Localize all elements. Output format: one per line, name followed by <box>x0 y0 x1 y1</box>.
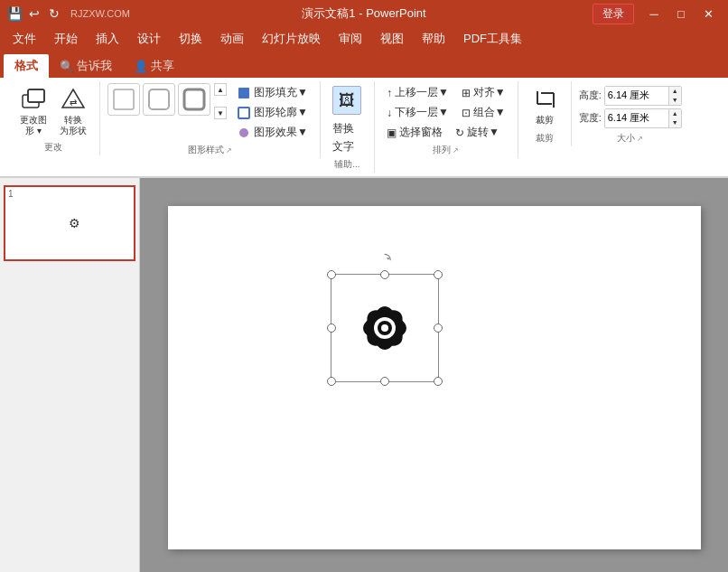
image-button[interactable]: 🖼 <box>328 83 366 117</box>
slide-canvas[interactable] <box>168 206 701 549</box>
menu-insert[interactable]: 插入 <box>87 28 128 50</box>
menu-home[interactable]: 开始 <box>45 28 87 50</box>
shape-effect-label: 图形效果▼ <box>254 125 308 140</box>
ribbon: 格式 🔍告诉我 👤共享 更改图形 ▾ <box>0 51 728 178</box>
align-button[interactable]: ⊞ 对齐▼ <box>457 83 510 102</box>
width-down-button[interactable]: ▼ <box>668 118 681 127</box>
outline-icon <box>237 106 251 120</box>
group-size: 高度: ▲ ▼ 宽度: ▲ ▼ <box>572 81 689 146</box>
handle-tl[interactable] <box>327 270 336 279</box>
combine-button[interactable]: ⊡ 组合▼ <box>457 103 510 122</box>
canvas-area[interactable] <box>140 178 728 572</box>
maximize-button[interactable]: □ <box>668 3 694 24</box>
convert-shape-icon: ⇄ <box>59 86 88 115</box>
height-input[interactable] <box>605 87 668 105</box>
arrange-row3: ▣ 选择窗格 ↻ 旋转▼ <box>382 123 504 142</box>
handle-tm[interactable] <box>380 270 389 279</box>
group-arrange-label: 排列 ↗ <box>433 144 459 156</box>
move-up-button[interactable]: ↑ 上移一层▼ <box>382 83 453 102</box>
change-shape-icon <box>19 86 48 115</box>
move-down-button[interactable]: ↓ 下移一层▼ <box>382 103 453 122</box>
arrange-row2: ↓ 下移一层▼ ⊡ 组合▼ <box>382 103 510 122</box>
title-bar-right: 登录 ─ □ ✕ <box>593 3 721 24</box>
height-up-button[interactable]: ▲ <box>668 87 681 96</box>
group-aux-label: 辅助... <box>334 158 359 171</box>
combine-label: 组合▼ <box>473 105 506 120</box>
menu-slideshow[interactable]: 幻灯片放映 <box>253 28 330 50</box>
undo-icon[interactable]: ↩ <box>27 6 42 21</box>
menu-help[interactable]: 帮助 <box>413 28 454 50</box>
shape-outline-button[interactable]: 图形轮廓▼ <box>232 103 313 122</box>
slide-panel: 1 ⚙ <box>0 178 140 572</box>
svg-rect-5 <box>114 89 134 109</box>
tab-tell-me[interactable]: 🔍告诉我 <box>49 54 123 78</box>
width-up-button[interactable]: ▲ <box>668 109 681 118</box>
menu-animation[interactable]: 动画 <box>211 28 253 50</box>
menu-review[interactable]: 审阅 <box>330 28 371 50</box>
move-up-label: 上移一层▼ <box>395 85 449 100</box>
svg-marker-15 <box>386 258 390 259</box>
shape-container[interactable] <box>331 274 439 382</box>
group-size-label: 大小 ↗ <box>617 132 643 145</box>
handle-ml[interactable] <box>327 324 336 333</box>
width-input[interactable] <box>605 109 668 127</box>
menu-view[interactable]: 视图 <box>371 28 413 50</box>
redo-icon[interactable]: ↻ <box>47 6 61 21</box>
shape-preset-1[interactable] <box>107 83 140 116</box>
tab-share[interactable]: 👤共享 <box>123 54 185 78</box>
group-change: 更改图形 ▾ ⇄ 转换为形状 更改 <box>7 81 100 155</box>
size-expand-icon[interactable]: ↗ <box>637 135 643 143</box>
svg-rect-9 <box>238 108 249 118</box>
crop-icon <box>530 86 559 115</box>
handle-mr[interactable] <box>434 324 443 333</box>
handle-bl[interactable] <box>327 377 336 386</box>
menu-file[interactable]: 文件 <box>4 28 45 50</box>
save-icon[interactable]: 💾 <box>7 6 22 21</box>
login-button[interactable]: 登录 <box>593 4 634 24</box>
handle-bm[interactable] <box>380 377 389 386</box>
shape-preset-2[interactable] <box>143 83 175 116</box>
selection-border <box>331 274 439 382</box>
shape-preset-3[interactable] <box>178 83 210 116</box>
handle-tr[interactable] <box>434 270 443 279</box>
shape-style-arrows: ▲ ▼ <box>214 83 227 119</box>
close-button[interactable]: ✕ <box>695 3 721 24</box>
select-icon: ▣ <box>387 127 397 139</box>
svg-text:⇄: ⇄ <box>70 98 77 108</box>
group-shape-styles-content: ▲ ▼ 图形填充▼ 图形轮廓▼ <box>107 83 313 142</box>
website-label: RJZXW.COM <box>70 8 130 19</box>
slide-thumbnail-1[interactable]: 1 ⚙ <box>4 185 135 261</box>
slide-number-1: 1 <box>5 187 16 201</box>
tab-format[interactable]: 格式 <box>4 54 49 78</box>
group-shape-styles: ▲ ▼ 图形填充▼ 图形轮廓▼ <box>100 81 321 158</box>
rotate-label: 旋转▼ <box>467 125 499 140</box>
ribbon-tabs: 格式 🔍告诉我 👤共享 <box>0 51 728 78</box>
replace-text-button[interactable]: 替换 文字 <box>328 119 359 156</box>
group-crop-content: 裁剪 <box>526 83 564 130</box>
height-down-button[interactable]: ▼ <box>668 96 681 105</box>
arrange-expand-icon[interactable]: ↗ <box>453 146 459 155</box>
crop-button[interactable]: 裁剪 <box>526 83 564 128</box>
change-shape-label: 更改图形 ▾ <box>20 115 47 136</box>
handle-br[interactable] <box>434 377 443 386</box>
menu-transition[interactable]: 切换 <box>170 28 211 50</box>
shape-presets <box>107 83 210 116</box>
group-size-content: 高度: ▲ ▼ 宽度: ▲ ▼ <box>579 83 682 130</box>
svg-rect-6 <box>149 89 169 109</box>
minimize-button[interactable]: ─ <box>641 3 667 24</box>
change-shape-button[interactable]: 更改图形 ▾ <box>14 83 52 139</box>
height-label: 高度: <box>579 89 602 102</box>
rotate-button[interactable]: ↻ 旋转▼ <box>451 123 504 142</box>
shape-style-down[interactable]: ▼ <box>214 107 227 119</box>
height-input-wrapper: ▲ ▼ <box>604 86 682 106</box>
rotate-handle[interactable] <box>378 252 391 265</box>
shape-style-up[interactable]: ▲ <box>214 83 227 96</box>
shape-fill-button[interactable]: 图形填充▼ <box>232 83 313 102</box>
shape-effect-button[interactable]: 图形效果▼ <box>232 123 313 142</box>
group-crop-label: 裁剪 <box>536 132 554 145</box>
convert-shape-button[interactable]: ⇄ 转换为形状 <box>54 83 92 139</box>
menu-pdf[interactable]: PDF工具集 <box>454 28 531 50</box>
menu-design[interactable]: 设计 <box>128 28 170 50</box>
shape-styles-expand-icon[interactable]: ↗ <box>226 146 232 155</box>
select-pane-button[interactable]: ▣ 选择窗格 <box>382 123 447 142</box>
